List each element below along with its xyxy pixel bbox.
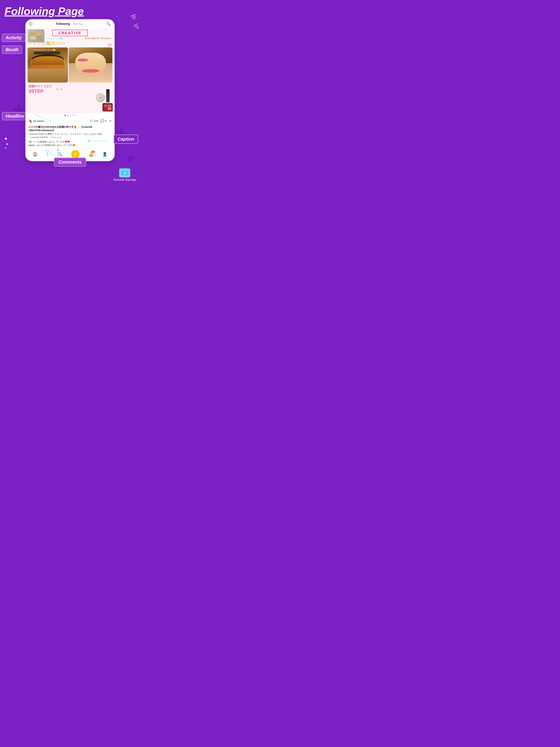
booth-label: Booth [2,46,22,54]
comment-action[interactable]: 💬 3 [100,119,107,123]
dot-4 [72,114,73,116]
comment-1-user: chi [28,140,31,143]
headline-arrow [32,114,54,123]
dot-3 [70,114,71,116]
creative-label-box: CREATIVE [52,30,88,36]
deco-lines-right [133,23,140,30]
comment-2-text: みんなの投稿を楽しみにしています🥰 [36,144,75,146]
cursor-arrow [45,149,63,159]
like-count: 134 [94,120,98,123]
svg-marker-3 [53,49,56,51]
step-label: 投稿のつくりかた [28,84,52,88]
notification-badge: 99+ [91,151,95,153]
share-icon: ↗ [109,119,112,123]
comment-count: 3 [105,120,107,123]
caption-label: Caption [114,134,138,144]
phone-search-icon[interactable]: 🔍 [106,22,111,26]
makeup-subtitle: 伝わる♡ [56,41,68,45]
brand-icon: ♥ [119,168,130,178]
comment-icon: 💬 [100,119,104,123]
create-button[interactable]: + [71,150,80,158]
brand-area: ♥ Tsunoda Stylings [113,168,136,181]
page-title: Following Page [0,0,140,19]
save-icon: 🔖 [28,119,32,123]
swirl-deco: ⟳ [108,43,112,48]
dot-2 [67,114,69,116]
home-icon[interactable]: 🏠 [33,152,38,157]
nav-foryou[interactable]: For You [73,22,83,25]
phone-nav-bar: ⊡ Following For You 🔍 [26,20,114,27]
photo-face-portrait [69,47,112,82]
read-more[interactable]: Read more [51,136,62,138]
comments-label: Comments [54,158,86,166]
activity-arrow [34,35,65,41]
activity-label: Activity [2,34,26,42]
caption-arrow [85,138,107,144]
step-number: 3STEP [28,88,52,94]
dot-1 [64,114,66,116]
floating-cosmetics [103,89,113,111]
bell-icon[interactable]: 🔔 99+ [88,152,94,157]
share-action[interactable]: ↗ [109,119,112,123]
page-wrapper: Following Page Activity Booth Headline C… [0,0,140,187]
svg-marker-1 [61,37,63,40]
bg-star-4 [125,153,136,164]
booth-arrow [34,47,58,53]
svg-marker-5 [49,120,52,122]
dot-5 [75,114,76,116]
comment-1-text: いつも投稿楽しみにしています❤️❤️ [33,140,70,143]
comment-2: ouyou : みんなの投稿を楽しみにしています🥰 [28,144,112,147]
comment-2-user: ouyou [28,144,35,146]
nav-following[interactable]: Following [56,22,70,26]
headline-label: Headline [2,112,28,120]
creative-label: CREATIVE [58,31,82,35]
svg-marker-11 [46,149,48,151]
profile-icon[interactable]: 👤 [102,152,107,157]
face-scan-icon[interactable]: ⊡ [29,22,32,26]
sparkle-deco-bl: ✦ ✦ ✦ [4,136,9,149]
like-action[interactable]: 🤍 134 [89,119,98,123]
post-caption: メイクの魅力が100％伝わる投稿の作り方💄✨ 【Lemon8 CREATIVE×… [26,125,114,139]
svg-marker-7 [87,140,89,142]
brand-name: Tsunoda Stylings [113,178,136,181]
svg-line-4 [34,114,51,121]
heart-icon: 🤍 [89,119,93,123]
caption-title: メイクの魅力が100％伝わる投稿の作り方💄✨ 【Lemon8 CREATIVE×… [28,125,112,132]
phone-nav: Following For You [32,22,106,26]
